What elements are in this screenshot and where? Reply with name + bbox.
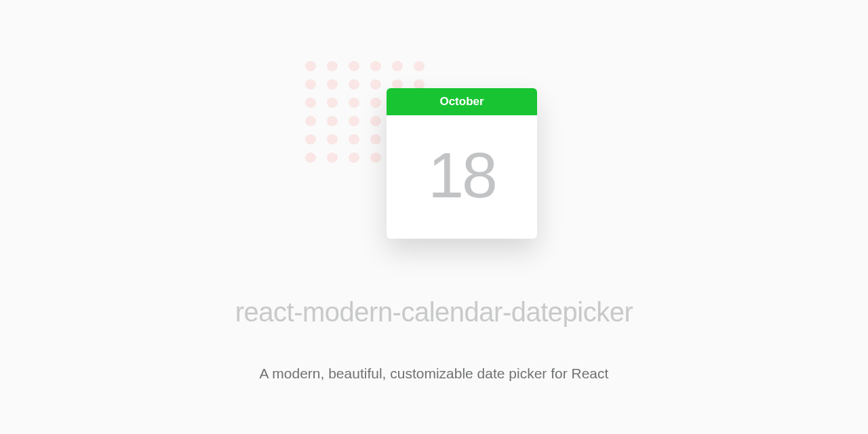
- decorative-dot: [370, 153, 381, 163]
- decorative-dot: [414, 61, 425, 71]
- decorative-dot: [327, 61, 338, 71]
- decorative-dot: [349, 134, 359, 144]
- decorative-dot: [305, 153, 316, 163]
- calendar-month-header: October: [387, 88, 537, 115]
- page-subtitle: A modern, beautiful, customizable date p…: [260, 366, 609, 382]
- decorative-dot: [349, 79, 359, 90]
- decorative-dot: [305, 116, 316, 126]
- decorative-dot: [370, 79, 381, 90]
- calendar-day-number: 18: [428, 138, 496, 212]
- decorative-dot: [370, 116, 381, 126]
- decorative-dot: [305, 79, 316, 90]
- decorative-dot: [392, 61, 403, 71]
- decorative-dot: [327, 134, 338, 144]
- calendar-body: 18: [387, 115, 537, 239]
- decorative-dot: [349, 116, 359, 126]
- decorative-dot: [370, 61, 381, 71]
- decorative-dot: [349, 153, 359, 163]
- decorative-dot: [349, 98, 359, 108]
- decorative-dot: [327, 98, 338, 108]
- calendar-month-label: October: [439, 95, 484, 108]
- page-title: react-modern-calendar-datepicker: [235, 297, 633, 328]
- decorative-dot: [327, 153, 338, 163]
- calendar-icon: October 18: [387, 88, 537, 239]
- decorative-dot: [327, 79, 338, 90]
- decorative-dot: [327, 116, 338, 126]
- decorative-dot: [305, 61, 316, 71]
- decorative-dot: [305, 134, 316, 144]
- decorative-dot: [370, 98, 381, 108]
- hero-illustration: October 18: [305, 61, 563, 251]
- decorative-dot: [370, 134, 381, 144]
- decorative-dot: [305, 98, 316, 108]
- decorative-dot: [349, 61, 359, 71]
